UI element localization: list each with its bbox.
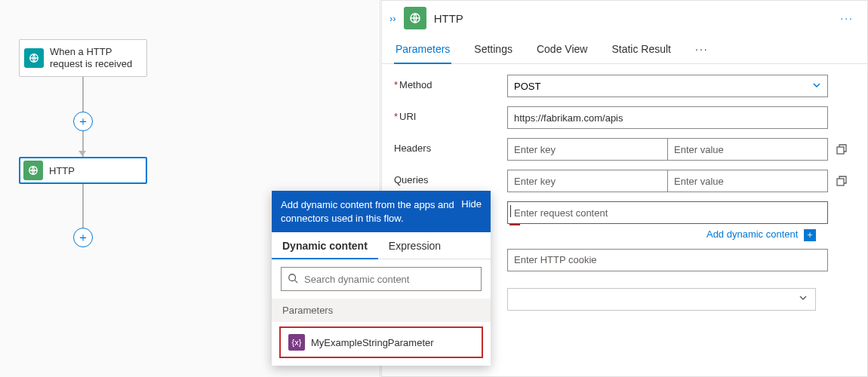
queries-key-input[interactable]	[507, 170, 667, 192]
headers-label: Headers	[394, 138, 507, 154]
body-input[interactable]	[507, 201, 828, 224]
dynamic-content-item-label: MyExampleStringParameter	[311, 337, 434, 348]
dynamic-search-input[interactable]	[304, 274, 475, 285]
tab-dynamic-content[interactable]: Dynamic content	[272, 232, 378, 259]
add-dynamic-content-icon[interactable]: ＋	[804, 229, 816, 241]
search-icon	[288, 273, 298, 286]
chevron-down-icon	[812, 81, 821, 92]
headers-value-input[interactable]	[667, 138, 828, 161]
tab-parameters[interactable]: Parameters	[394, 38, 451, 64]
panel-title: HTTP	[434, 12, 463, 25]
tab-settings[interactable]: Settings	[472, 38, 514, 63]
method-select[interactable]: POST	[507, 75, 828, 97]
dynamic-content-item[interactable]: {x} MyExampleStringParameter	[279, 326, 483, 358]
method-label: Method	[394, 75, 507, 90]
popover-message: Add dynamic content from the apps and co…	[281, 198, 455, 225]
tab-expression[interactable]: Expression	[378, 232, 451, 259]
advanced-expander[interactable]	[507, 288, 816, 311]
http-action-node[interactable]: HTTP	[19, 157, 147, 184]
popover-header: Add dynamic content from the apps and co…	[272, 191, 491, 232]
chevron-down-icon	[799, 293, 808, 305]
method-value: POST	[514, 81, 540, 92]
popover-tabs: Dynamic content Expression	[272, 232, 491, 259]
svg-rect-3	[837, 147, 844, 154]
connector-arrow	[78, 151, 86, 156]
tab-more[interactable]: ···	[694, 38, 710, 63]
panel-tabs: Parameters Settings Code View Static Res…	[382, 32, 867, 64]
trigger-node[interactable]: When a HTTP request is received	[19, 39, 147, 77]
uri-label: URI	[394, 106, 507, 122]
tab-static-result[interactable]: Static Result	[610, 38, 673, 63]
http-trigger-icon	[24, 48, 44, 68]
panel-header: ›› HTTP ···	[382, 1, 867, 32]
collapse-panel-button[interactable]: ››	[389, 13, 396, 24]
dynamic-search[interactable]	[281, 267, 482, 291]
http-action-label: HTTP	[49, 165, 75, 176]
http-action-icon	[404, 7, 426, 29]
headers-edit-button[interactable]	[833, 140, 851, 158]
text-caret	[510, 205, 511, 217]
dynamic-content-popover: Add dynamic content from the apps and co…	[272, 191, 491, 366]
trigger-label: When a HTTP request is received	[50, 46, 142, 71]
http-action-icon	[23, 161, 43, 180]
add-step-button[interactable]: ＋	[73, 112, 93, 131]
tab-code-view[interactable]: Code View	[535, 38, 589, 63]
connector-line	[82, 184, 84, 228]
queries-edit-button[interactable]	[833, 172, 851, 190]
parameter-icon: {x}	[288, 334, 305, 351]
uri-input[interactable]	[507, 106, 828, 129]
svg-rect-4	[837, 179, 844, 185]
add-dynamic-content-link[interactable]: Add dynamic content	[706, 228, 798, 240]
add-step-button[interactable]: ＋	[73, 228, 93, 247]
headers-key-input[interactable]	[507, 138, 667, 161]
popover-hide-button[interactable]: Hide	[461, 198, 482, 210]
queries-label: Queries	[394, 170, 507, 185]
spell-underline	[509, 224, 520, 225]
cookie-input[interactable]	[507, 249, 828, 271]
popover-section-header: Parameters	[272, 299, 491, 322]
queries-value-input[interactable]	[667, 170, 828, 192]
panel-more-button[interactable]: ···	[837, 9, 857, 27]
svg-point-5	[289, 274, 296, 280]
